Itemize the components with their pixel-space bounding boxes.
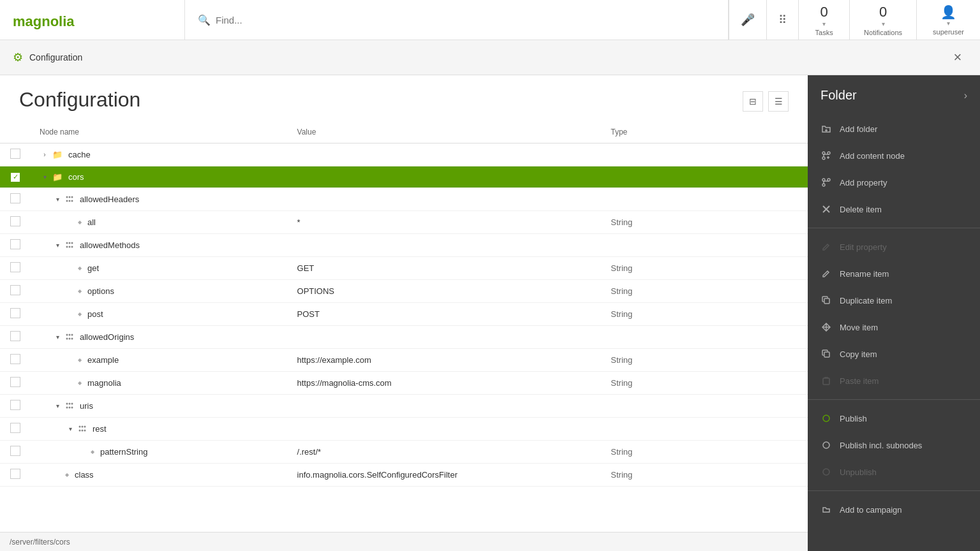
table-row[interactable]: ▾allowedHeaders [0, 187, 808, 210]
svg-point-8 [69, 242, 71, 244]
row-checkbox[interactable] [10, 308, 20, 318]
user-area[interactable]: 👤 ▾ superuser [916, 0, 980, 40]
property-icon: ◆ [78, 265, 82, 271]
menu-item-add-content-node[interactable]: Add content node [808, 142, 980, 169]
menu-item-delete-item[interactable]: Delete item [808, 196, 980, 223]
appbar-title: Configuration [29, 52, 82, 62]
row-checkbox[interactable] [10, 172, 20, 182]
svg-rect-51 [823, 378, 829, 385]
row-label: example [87, 355, 119, 365]
row-type-cell [601, 187, 808, 210]
svg-point-29 [82, 430, 84, 432]
collapse-btn[interactable]: ⊟ [743, 91, 763, 112]
sidebar-panel: Folder › Add folderAdd content nodeAdd p… [808, 75, 980, 551]
sidebar-expand-icon[interactable]: › [964, 90, 967, 101]
menu-item-move-item[interactable]: Move item [808, 314, 980, 341]
row-checkbox[interactable] [10, 149, 20, 159]
menu-item-rename-item[interactable]: Rename item [808, 260, 980, 287]
menu-btn[interactable]: ☰ [768, 91, 789, 112]
grid-btn[interactable]: ⠿ [766, 0, 798, 40]
row-name-cell: ▾allowedHeaders [30, 187, 288, 210]
row-value-cell [288, 325, 602, 348]
statusbar: /server/filters/cors [0, 532, 808, 551]
expand-button[interactable]: ▾ [52, 240, 63, 250]
table-row[interactable]: ▾allowedOrigins [0, 325, 808, 348]
notifications-area[interactable]: 0 ▾ Notifications [849, 0, 916, 40]
row-checkbox[interactable] [10, 216, 20, 226]
table-row[interactable]: ▾allowedMethods [0, 233, 808, 256]
header-actions: ⊟ ☰ [743, 91, 789, 112]
menu-item-publish-subnodes[interactable]: Publish incl. subnodes [808, 432, 980, 459]
search-area[interactable]: 🔍 [185, 0, 729, 40]
menu-item-add-property[interactable]: Add property [808, 169, 980, 196]
svg-point-3 [71, 196, 73, 198]
table-row[interactable]: ◆patternString/.rest/*String [0, 440, 808, 463]
expand-button[interactable]: ▾ [52, 194, 63, 204]
tasks-area[interactable]: 0 ▾ Tasks [798, 0, 849, 40]
menu-item-copy-item[interactable]: Copy item [808, 341, 980, 367]
menu-item-label: Add folder [840, 124, 877, 134]
mic-button[interactable]: 🎤 [729, 0, 766, 40]
expand-button[interactable]: ▾ [40, 172, 50, 182]
svg-point-14 [69, 334, 71, 336]
row-checkbox[interactable] [10, 262, 20, 272]
campaign-icon [820, 504, 832, 515]
row-type-cell: String [601, 279, 808, 302]
row-type-cell [601, 417, 808, 440]
publish-icon [820, 413, 832, 424]
table-row[interactable]: ◆getGETString [0, 256, 808, 279]
row-checkbox[interactable] [10, 377, 20, 387]
search-input[interactable] [216, 15, 715, 26]
close-button[interactable]: × [948, 48, 967, 67]
svg-point-2 [69, 196, 71, 198]
row-checkbox[interactable] [10, 446, 20, 456]
table-wrapper: Node name Value Type ›📁cache▾📁cors▾allow… [0, 121, 808, 532]
expand-button[interactable]: ▾ [52, 332, 63, 342]
expand-button[interactable]: ▾ [52, 400, 63, 411]
row-label: post [87, 309, 103, 319]
menu-item-add-to-campaign[interactable]: Add to campaign [808, 496, 980, 523]
table-row[interactable]: ◆all*String [0, 210, 808, 233]
property-icon: ◆ [78, 380, 82, 386]
svg-point-23 [69, 407, 71, 409]
table-row[interactable]: ▾uris [0, 394, 808, 417]
table-row[interactable]: ▾📁cors [0, 166, 808, 188]
table-row[interactable]: ◆postPOSTString [0, 302, 808, 325]
expand-button[interactable]: › [40, 150, 50, 160]
user-label: superuser [933, 28, 964, 36]
row-label: class [75, 470, 94, 480]
expand-button[interactable]: ▾ [65, 423, 75, 434]
table-row[interactable]: ◆examplehttps://example.comString [0, 348, 808, 371]
row-checkbox[interactable] [10, 285, 20, 295]
grid-button[interactable]: ⠿ [767, 0, 798, 40]
menu-divider [808, 399, 980, 400]
row-label: options [87, 286, 114, 296]
row-name-cell: ▾allowedOrigins [30, 325, 288, 348]
row-checkbox[interactable] [10, 331, 20, 341]
svg-point-10 [66, 246, 68, 248]
menu-divider [808, 490, 980, 491]
row-type-cell [601, 166, 808, 188]
row-checkbox[interactable] [10, 193, 20, 203]
row-checkbox[interactable] [10, 400, 20, 410]
menu-item-publish[interactable]: Publish [808, 405, 980, 432]
menu-item-add-folder[interactable]: Add folder [808, 115, 980, 142]
table-row[interactable]: ▾rest [0, 417, 808, 440]
row-checkbox[interactable] [10, 239, 20, 249]
topbar: magnolia 🔍 🎤 ⠿ 0 ▾ Tasks 0 ▾ Notificatio… [0, 0, 980, 40]
logo-area: magnolia [0, 0, 185, 40]
row-name-cell: ›📁cache [30, 143, 288, 166]
row-value-cell [288, 417, 602, 440]
menu-item-duplicate-item[interactable]: Duplicate item [808, 287, 980, 314]
table-row[interactable]: ◆magnoliahttps://magnolia-cms.comString [0, 371, 808, 394]
svg-point-35 [822, 157, 825, 159]
mic-btn[interactable]: 🎤 [729, 0, 766, 40]
table-row[interactable]: ◆optionsOPTIONSString [0, 279, 808, 302]
table-row[interactable]: ›📁cache [0, 143, 808, 166]
row-type-cell: String [601, 348, 808, 371]
table-row[interactable]: ◆classinfo.magnolia.cors.SelfConfiguredC… [0, 463, 808, 486]
row-checkbox[interactable] [10, 423, 20, 433]
row-checkbox[interactable] [10, 469, 20, 479]
row-checkbox[interactable] [10, 354, 20, 364]
property-icon: ◆ [78, 357, 82, 363]
